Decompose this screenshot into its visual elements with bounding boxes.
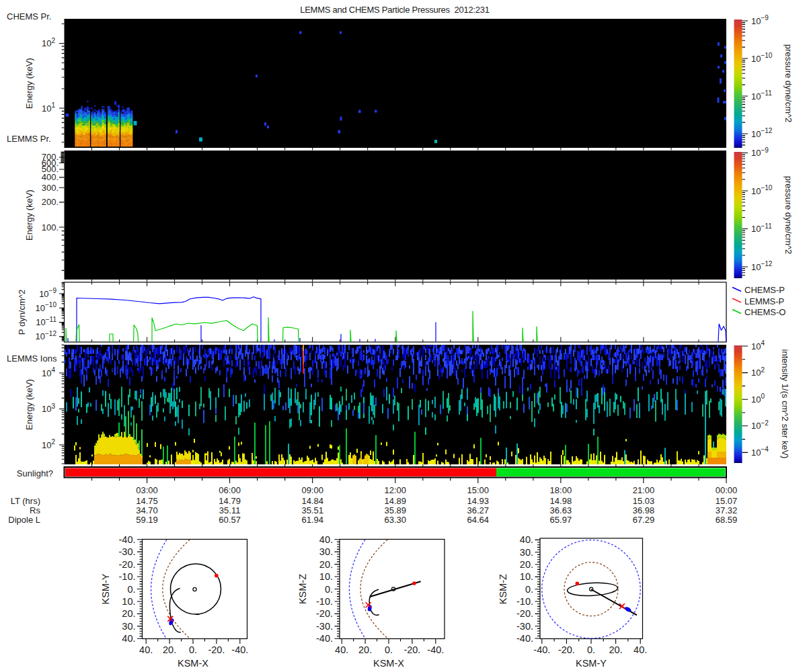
svg-text:-20.: -20. bbox=[516, 608, 533, 619]
svg-text:0.: 0. bbox=[587, 644, 595, 655]
svg-text:-40.: -40. bbox=[231, 644, 248, 655]
svg-text:Energy (keV): Energy (keV) bbox=[24, 190, 34, 241]
svg-text:20.: 20. bbox=[358, 644, 372, 655]
svg-text:20.: 20. bbox=[609, 644, 623, 655]
svg-text:Sunlight?: Sunlight? bbox=[17, 468, 53, 478]
svg-text:12:00: 12:00 bbox=[384, 485, 406, 495]
svg-text:-10.: -10. bbox=[516, 596, 533, 607]
svg-text:40.: 40. bbox=[633, 644, 647, 655]
svg-text:300.: 300. bbox=[42, 183, 59, 193]
svg-text:00:00: 00:00 bbox=[716, 485, 738, 495]
svg-text:intensity 1/(s cm^2 ster keV): intensity 1/(s cm^2 ster keV) bbox=[780, 349, 790, 459]
svg-text:64.64: 64.64 bbox=[467, 515, 490, 525]
svg-text:40.: 40. bbox=[319, 534, 333, 545]
svg-text:200.: 200. bbox=[42, 197, 59, 207]
svg-text:CHEMS Pr.: CHEMS Pr. bbox=[7, 11, 51, 22]
svg-text:20.: 20. bbox=[319, 559, 333, 570]
svg-text:67.29: 67.29 bbox=[633, 515, 655, 525]
svg-text:20.: 20. bbox=[163, 644, 176, 655]
svg-text:100.: 100. bbox=[42, 222, 59, 233]
svg-text:-40.: -40. bbox=[533, 644, 550, 655]
svg-text:10.: 10. bbox=[319, 571, 333, 582]
svg-text:10.: 10. bbox=[520, 571, 533, 582]
svg-text:20.: 20. bbox=[122, 608, 135, 619]
svg-text:15:00: 15:00 bbox=[467, 485, 490, 495]
svg-text:60.57: 60.57 bbox=[219, 515, 241, 525]
svg-text:36.98: 36.98 bbox=[633, 505, 655, 515]
svg-text:-20.: -20. bbox=[119, 559, 136, 570]
svg-text:-30.: -30. bbox=[316, 621, 333, 632]
svg-text:-40.: -40. bbox=[119, 534, 136, 545]
svg-text:0.: 0. bbox=[127, 584, 135, 595]
svg-text:P dyn/cm^2: P dyn/cm^2 bbox=[17, 290, 27, 335]
svg-text:21:00: 21:00 bbox=[633, 485, 655, 495]
svg-text:09:00: 09:00 bbox=[301, 485, 323, 495]
svg-text:Energy (keV): Energy (keV) bbox=[24, 379, 34, 430]
svg-text:pressure dyne/cm^2: pressure dyne/cm^2 bbox=[783, 44, 794, 123]
svg-text:03:00: 03:00 bbox=[136, 485, 158, 495]
svg-text:36.63: 36.63 bbox=[550, 505, 572, 515]
svg-text:KSM-Y: KSM-Y bbox=[100, 573, 111, 604]
svg-text:LEMMS and CHEMS Particle Press: LEMMS and CHEMS Particle Pressures 2012:… bbox=[300, 5, 490, 15]
svg-text:KSM-X: KSM-X bbox=[373, 658, 404, 669]
svg-text:10.: 10. bbox=[122, 596, 135, 607]
svg-text:-30.: -30. bbox=[119, 546, 136, 557]
svg-text:LEMMS Pr.: LEMMS Pr. bbox=[7, 134, 51, 144]
svg-text:30.: 30. bbox=[122, 621, 135, 632]
svg-text:pressure dyne/cm^2: pressure dyne/cm^2 bbox=[783, 176, 794, 255]
svg-text:-20.: -20. bbox=[558, 644, 575, 655]
svg-text:36.27: 36.27 bbox=[467, 505, 490, 515]
svg-text:40.: 40. bbox=[122, 633, 135, 644]
svg-text:61.94: 61.94 bbox=[301, 515, 323, 525]
svg-text:-30.: -30. bbox=[516, 621, 533, 632]
svg-text:KSM-Y: KSM-Y bbox=[576, 658, 607, 669]
svg-text:-10.: -10. bbox=[316, 596, 333, 607]
svg-text:65.97: 65.97 bbox=[550, 515, 572, 525]
svg-text:35.11: 35.11 bbox=[219, 505, 241, 515]
svg-text:34.70: 34.70 bbox=[136, 505, 158, 515]
svg-text:35.89: 35.89 bbox=[384, 505, 406, 515]
svg-text:-20.: -20. bbox=[208, 644, 225, 655]
svg-text:20.: 20. bbox=[520, 559, 533, 570]
svg-text:0.: 0. bbox=[525, 584, 533, 595]
svg-text:KSM-Z: KSM-Z bbox=[498, 574, 508, 604]
svg-text:0.: 0. bbox=[189, 644, 197, 655]
svg-text:06:00: 06:00 bbox=[219, 485, 241, 495]
svg-text:LEMMS-P: LEMMS-P bbox=[744, 296, 784, 306]
svg-text:700.: 700. bbox=[42, 152, 59, 162]
svg-text:-40.: -40. bbox=[516, 633, 533, 644]
svg-text:KSM-Z: KSM-Z bbox=[297, 574, 308, 604]
svg-text:LEMMS Ions: LEMMS Ions bbox=[7, 353, 57, 364]
svg-text:0.: 0. bbox=[325, 584, 333, 595]
svg-text:CHEMS-P: CHEMS-P bbox=[744, 285, 785, 295]
svg-text:40.: 40. bbox=[520, 534, 533, 545]
svg-text:30.: 30. bbox=[319, 546, 333, 557]
svg-text:63.30: 63.30 bbox=[384, 515, 406, 525]
svg-text:30.: 30. bbox=[520, 547, 533, 558]
svg-text:68.59: 68.59 bbox=[716, 515, 738, 525]
svg-text:40.: 40. bbox=[335, 644, 348, 655]
svg-text:59.19: 59.19 bbox=[136, 515, 158, 525]
svg-text:Rs: Rs bbox=[30, 505, 40, 515]
svg-text:-40.: -40. bbox=[316, 633, 333, 644]
svg-text:Energy (keV): Energy (keV) bbox=[24, 58, 34, 109]
svg-text:40.: 40. bbox=[139, 644, 153, 655]
svg-text:-20.: -20. bbox=[316, 608, 333, 619]
svg-text:KSM-X: KSM-X bbox=[178, 658, 208, 669]
svg-text:35.51: 35.51 bbox=[301, 505, 323, 515]
svg-text:CHEMS-O: CHEMS-O bbox=[744, 307, 785, 317]
svg-text:37.32: 37.32 bbox=[716, 505, 738, 515]
svg-text:-40.: -40. bbox=[427, 644, 444, 655]
svg-text:-20.: -20. bbox=[404, 644, 420, 655]
svg-text:-10.: -10. bbox=[119, 571, 136, 582]
svg-text:Dipole L: Dipole L bbox=[8, 515, 40, 525]
svg-text:18:00: 18:00 bbox=[550, 485, 572, 495]
svg-text:0.: 0. bbox=[385, 644, 393, 655]
